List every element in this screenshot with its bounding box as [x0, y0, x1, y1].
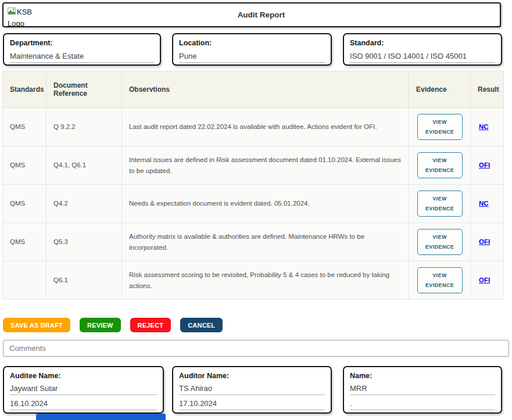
department-field[interactable]: Maintenance & Estate	[10, 52, 154, 63]
table-row: QMS Q4.2 Needs & expectation document is…	[3, 185, 504, 223]
doc-ref-cell: Q4.1, Q6.1	[46, 146, 122, 185]
standard-panel: Standard: ISO 9001 / ISO 14001 / ISO 450…	[343, 33, 502, 66]
view-evidence-button[interactable]: VIEW EVIDENCE	[417, 191, 463, 216]
broken-image-icon	[8, 8, 16, 15]
standard-cell	[3, 261, 46, 300]
standard-cell: QMS	[3, 185, 46, 223]
standard-cell: QMS	[3, 223, 46, 261]
observation-cell: Last audit report dated 22.02.2024 is av…	[122, 108, 409, 146]
observation-cell: Authority matrix is available & authorit…	[122, 223, 409, 261]
save-as-draft-button[interactable]: SAVE AS DRAFT	[3, 318, 70, 332]
result-link[interactable]: OFI	[479, 277, 490, 283]
doc-ref-cell: Q5.3	[46, 223, 122, 261]
table-header-row: Standards Document Reference Observtions…	[3, 71, 504, 108]
table-row: QMS Q4.1, Q6.1 Internal issues are defin…	[3, 146, 504, 185]
table-row: QMS Q 9.2.2 Last audit report dated 22.0…	[3, 108, 504, 146]
auditor-name-field[interactable]: TS Ahirao	[179, 384, 325, 395]
comments-input[interactable]	[3, 340, 509, 357]
department-panel: Department: Maintenance & Estate	[3, 33, 161, 66]
mrr-date-field[interactable]: .	[350, 399, 495, 410]
view-evidence-button[interactable]: VIEW EVIDENCE	[417, 267, 463, 293]
result-link[interactable]: OFI	[479, 238, 490, 245]
auditor-date-field[interactable]: 17.10.2024	[179, 399, 325, 410]
col-result: Result	[471, 71, 504, 108]
col-document-reference: Document Reference	[46, 71, 122, 108]
view-evidence-button[interactable]: VIEW EVIDENCE	[417, 114, 463, 139]
page-title: Audit Report	[46, 10, 500, 19]
auditee-name-field[interactable]: Jaywant Sutar	[10, 384, 157, 395]
partial-bottom-button[interactable]	[36, 414, 166, 420]
reject-button[interactable]: REJECT	[130, 318, 171, 332]
location-panel: Location: Pune	[172, 33, 332, 66]
doc-ref-cell: Q6.1	[46, 261, 122, 300]
result-link[interactable]: OFI	[479, 161, 490, 168]
result-link[interactable]: NC	[479, 200, 489, 207]
doc-ref-cell: Q 9.2.2	[46, 108, 122, 146]
mrr-name-label: Name:	[350, 372, 495, 380]
observation-cell: Risk assessment scoring to be revisited,…	[122, 261, 409, 300]
standard-field[interactable]: ISO 9001 / ISO 14001 / ISO 45001	[350, 52, 495, 63]
review-button[interactable]: REVIEW	[80, 318, 121, 332]
auditee-panel: Auditee Name: Jaywant Sutar 16.10.2024	[3, 366, 164, 414]
cancel-button[interactable]: CANCEL	[180, 318, 223, 332]
col-evidence: Evidence	[409, 71, 471, 108]
col-observations: Observtions	[122, 71, 409, 108]
location-field[interactable]: Pune	[179, 52, 325, 63]
observation-cell: Needs & expectation document is evident …	[122, 185, 409, 223]
observation-cell: Internal issues are defined in Risk asse…	[122, 146, 409, 185]
view-evidence-button[interactable]: VIEW EVIDENCE	[417, 229, 463, 254]
logo-broken-image: KSB Logo	[8, 3, 46, 27]
col-standards: Standards	[3, 71, 46, 108]
standard-cell: QMS	[3, 108, 46, 146]
mrr-name-field[interactable]: MRR	[350, 384, 495, 395]
audit-observations-table: Standards Document Reference Observtions…	[2, 71, 504, 300]
department-label: Department:	[10, 39, 154, 47]
auditor-name-label: Auditor Name:	[179, 372, 325, 380]
location-label: Location:	[179, 39, 325, 47]
standard-cell: QMS	[3, 146, 46, 185]
action-button-row: SAVE AS DRAFT REVIEW REJECT CANCEL	[3, 318, 223, 332]
standard-label: Standard:	[350, 39, 495, 47]
auditee-name-label: Auditee Name:	[10, 372, 157, 380]
auditee-date-field[interactable]: 16.10.2024	[10, 399, 157, 410]
table-row: QMS Q5.3 Authority matrix is available &…	[3, 223, 504, 261]
view-evidence-button[interactable]: VIEW EVIDENCE	[417, 152, 463, 178]
table-row: Q6.1 Risk assessment scoring to be revis…	[3, 261, 504, 300]
doc-ref-cell: Q4.2	[46, 185, 122, 223]
mrr-panel: Name: MRR .	[343, 366, 502, 414]
result-link[interactable]: NC	[479, 123, 489, 130]
auditor-panel: Auditor Name: TS Ahirao 17.10.2024	[172, 366, 332, 414]
report-header: KSB Logo Audit Report	[2, 2, 501, 27]
